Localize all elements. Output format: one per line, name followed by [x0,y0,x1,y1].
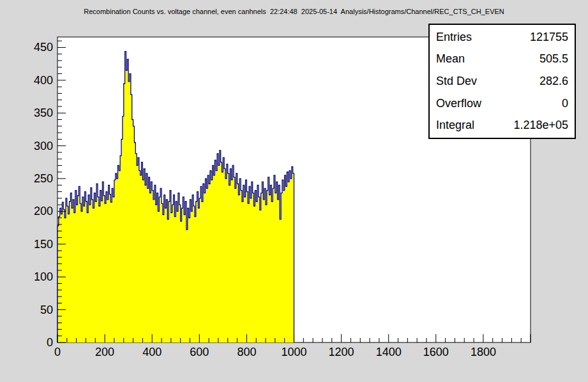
stats-row-stddev: Std Dev 282.6 [436,75,568,88]
stats-label: Integral [436,119,474,132]
x-tick-label: 1600 [423,346,449,358]
stats-label: Std Dev [436,75,477,88]
x-tick-label: 800 [237,346,256,358]
x-tick-label: 400 [142,346,162,358]
y-tick-label: 0 [47,336,53,349]
y-tick-label: 450 [34,41,53,54]
stats-value: 282.6 [539,75,568,88]
y-tick-label: 300 [34,140,53,152]
y-tick-label: 100 [34,270,53,283]
stats-value: 0 [562,97,568,110]
y-tick-label: 150 [34,238,53,251]
y-tick-label: 400 [34,74,53,87]
stats-label: Mean [436,52,465,66]
stats-label: Overflow [436,97,481,110]
x-tick-label: 1400 [376,346,402,358]
x-tick-label: 0 [54,346,61,358]
stats-row-overflow: Overflow 0 [436,97,568,110]
y-tick-label: 50 [40,304,53,316]
stats-row-integral: Integral 1.218e+05 [436,119,568,132]
x-tick-label: 600 [190,346,209,358]
stats-value: 1.218e+05 [513,119,568,132]
stats-box: Entries 121755 Mean 505.5 Std Dev 282.6 … [428,24,576,139]
stats-value: 121755 [530,31,568,44]
x-tick-label: 1200 [329,346,354,358]
stats-row-mean: Mean 505.5 [436,52,568,66]
root-canvas: Recombination Counts vs. voltage channel… [0,0,588,382]
stats-value: 505.5 [539,52,568,66]
x-tick-label: 1000 [281,346,306,358]
stats-label: Entries [436,31,472,44]
stats-row-entries: Entries 121755 [436,31,568,44]
y-tick-label: 250 [34,172,53,185]
x-tick-label: 1800 [471,346,496,358]
x-tick-label: 200 [95,346,114,358]
y-tick-label: 350 [34,107,53,119]
y-tick-label: 200 [34,205,53,217]
